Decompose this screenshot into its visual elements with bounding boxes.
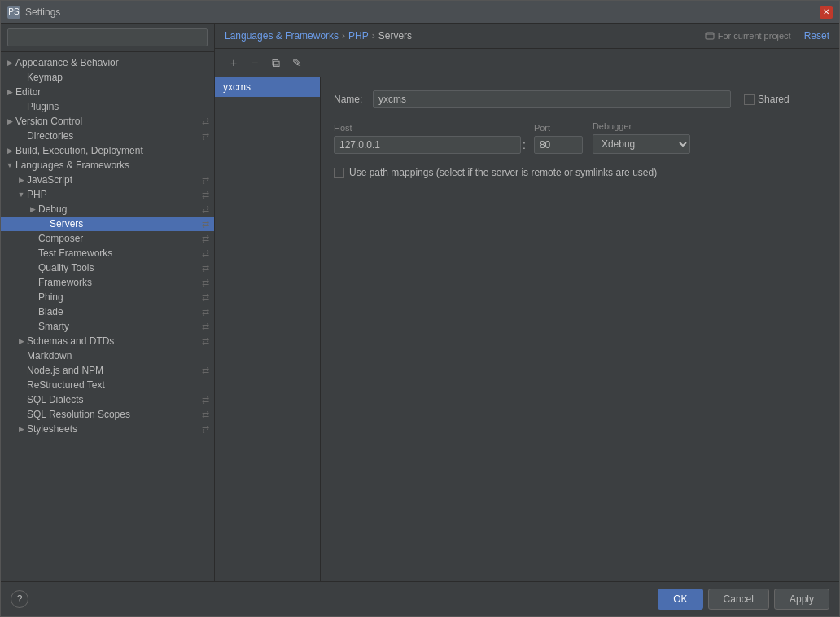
path-mapping-checkbox[interactable] [334,168,344,178]
server-detail: Name: Shared Host : [321,77,839,581]
sidebar-item-frameworks[interactable]: Frameworks⇄ [1,275,214,290]
sidebar-item-phing[interactable]: Phing⇄ [1,290,214,304]
help-button[interactable]: ? [11,590,28,608]
path-mapping-label: Use path mappings (select if the server … [349,167,657,178]
sidebar-item-languages[interactable]: ▼Languages & Frameworks [1,158,214,173]
arrow-icon: ▶ [15,425,27,433]
sidebar-item-schemas-dtds[interactable]: ▶Schemas and DTDs⇄ [1,334,214,348]
main-panel: Languages & Frameworks › PHP › Servers F… [215,24,839,581]
debugger-select[interactable]: Xdebug Zend Debugger [593,134,690,154]
settings-window: PS Settings ✕ 🔍 ▶Appearance & BehaviorKe… [0,0,840,617]
sidebar-item-markdown[interactable]: Markdown [1,348,214,363]
sidebar-item-label: Composer [38,233,202,244]
search-box: 🔍 [1,24,214,52]
name-row: Name: Shared [334,90,826,108]
search-wrapper: 🔍 [7,28,208,46]
sidebar-item-label: Test Frameworks [38,247,202,259]
sidebar-item-nodejs[interactable]: Node.js and NPM⇄ [1,363,214,378]
arrow-icon: ▼ [15,190,27,199]
edit-server-button[interactable]: ✎ [288,54,306,72]
sidebar-item-plugins[interactable]: Plugins [1,99,214,114]
search-input[interactable] [7,28,208,46]
sync-icon: ⇄ [202,278,209,288]
server-item-yxcms[interactable]: yxcms [215,77,320,97]
sidebar-item-sql-resolution[interactable]: SQL Resolution Scopes⇄ [1,407,214,422]
sidebar-item-label: Debug [38,203,202,215]
sync-icon: ⇄ [202,116,209,127]
sidebar-item-label: Directories [27,130,202,142]
sync-icon: ⇄ [202,234,209,244]
breadcrumb-languages[interactable]: Languages & Frameworks [225,30,339,42]
sync-icon: ⇄ [202,409,209,420]
sync-icon: ⇄ [202,204,209,215]
sidebar-item-build[interactable]: ▶Build, Execution, Deployment [1,143,214,158]
name-input[interactable] [373,90,731,108]
sync-icon: ⇄ [202,307,209,317]
sidebar-item-label: PHP [27,189,202,200]
project-label: For current project [705,31,791,41]
host-header: Host [334,123,521,133]
settings-tree: ▶Appearance & BehaviorKeymap▶EditorPlugi… [1,52,214,581]
sidebar-item-javascript[interactable]: ▶JavaScript⇄ [1,173,214,187]
port-input[interactable] [534,136,583,154]
breadcrumb: Languages & Frameworks › PHP › Servers F… [215,24,839,49]
sync-icon: ⇄ [202,336,209,347]
arrow-icon: ▶ [15,337,27,345]
server-list: yxcms [215,77,321,581]
apply-button[interactable]: Apply [774,589,829,610]
copy-server-button[interactable]: ⧉ [267,54,285,72]
sidebar-item-label: Editor [15,86,214,98]
breadcrumb-sep-2: › [372,30,375,42]
sidebar-item-sql-dialects[interactable]: SQL Dialects⇄ [1,392,214,407]
sidebar-item-composer[interactable]: Composer⇄ [1,231,214,246]
sidebar-item-stylesheets[interactable]: ▶Stylesheets⇄ [1,422,214,436]
sidebar-item-label: Keymap [27,72,214,83]
svg-rect-0 [706,33,714,39]
sidebar-item-smarty[interactable]: Smarty⇄ [1,319,214,334]
sidebar-item-directories[interactable]: Directories⇄ [1,129,214,143]
ok-button[interactable]: OK [658,589,702,610]
sidebar-item-label: Blade [38,306,202,317]
sidebar-item-test-frameworks[interactable]: Test Frameworks⇄ [1,246,214,260]
sidebar-item-label: SQL Resolution Scopes [27,409,202,420]
sidebar-item-label: Servers [50,218,202,230]
host-section: Host [334,123,521,154]
sidebar-item-appearance[interactable]: ▶Appearance & Behavior [1,55,214,70]
project-icon [705,31,715,41]
sidebar-item-label: Stylesheets [27,423,202,435]
breadcrumb-servers: Servers [378,30,412,42]
cancel-button[interactable]: Cancel [708,589,769,610]
sidebar-item-label: Version Control [15,116,202,127]
arrow-icon: ▶ [4,117,15,125]
host-input[interactable] [334,136,521,154]
sidebar-item-servers[interactable]: Servers⇄ [1,217,214,231]
sidebar-item-php[interactable]: ▼PHP⇄ [1,187,214,202]
sidebar-item-label: Node.js and NPM [27,365,202,376]
sidebar-item-label: Appearance & Behavior [15,57,214,68]
arrow-icon: ▶ [4,59,15,67]
shared-checkbox[interactable] [744,94,755,105]
sync-icon: ⇄ [202,175,209,186]
reset-button[interactable]: Reset [804,30,829,42]
sidebar-item-editor[interactable]: ▶Editor [1,85,214,99]
title-bar: PS Settings ✕ [1,1,839,24]
remove-server-button[interactable]: − [246,54,264,72]
server-area: yxcms Name: Shared [215,77,839,581]
sidebar-item-label: Phing [38,291,202,303]
sidebar-item-restructured[interactable]: ReStructured Text [1,378,214,392]
sync-icon: ⇄ [202,131,209,142]
sync-icon: ⇄ [202,322,209,332]
close-button[interactable]: ✕ [820,6,833,19]
sidebar-item-blade[interactable]: Blade⇄ [1,304,214,319]
path-mapping-row: Use path mappings (select if the server … [334,167,826,178]
breadcrumb-php[interactable]: PHP [348,30,369,42]
sidebar-item-keymap[interactable]: Keymap [1,70,214,85]
name-label: Name: [334,94,366,105]
add-server-button[interactable]: + [225,54,243,72]
sidebar-item-version-control[interactable]: ▶Version Control⇄ [1,114,214,129]
sidebar-item-debug[interactable]: ▶Debug⇄ [1,202,214,217]
arrow-icon: ▼ [4,161,15,169]
connection-row: Host : Port Debugger Xdebug Zen [334,121,826,154]
servers-toolbar: + − ⧉ ✎ [215,49,839,77]
sidebar-item-quality-tools[interactable]: Quality Tools⇄ [1,260,214,275]
